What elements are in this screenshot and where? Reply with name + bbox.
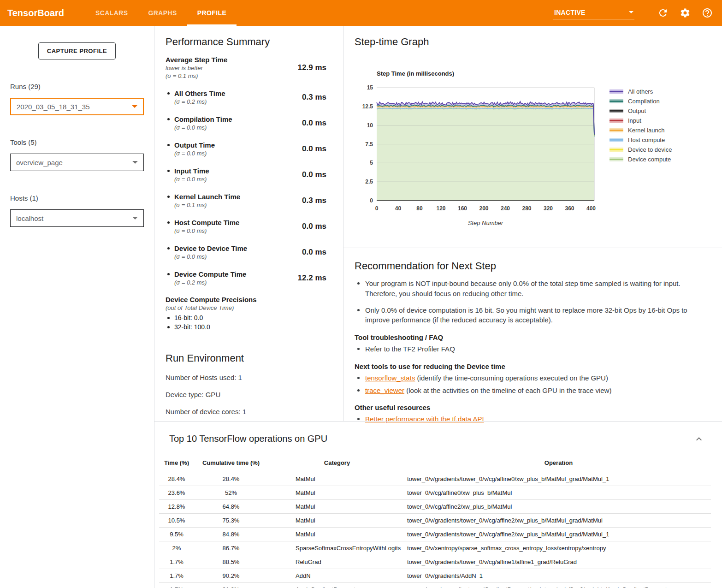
- svg-text:0: 0: [370, 197, 373, 204]
- svg-text:10: 10: [367, 122, 373, 129]
- metric-label: Device to Device Time: [174, 244, 247, 253]
- svg-text:360: 360: [565, 205, 574, 212]
- metric-label: Kernel Launch Time: [174, 192, 240, 201]
- legend-label: Compilation: [628, 98, 660, 105]
- precisions-title: Device Compute Precisions: [166, 296, 332, 303]
- bullet-icon: [167, 317, 170, 319]
- precision-item: 32-bit: 100.0: [166, 322, 332, 332]
- status-dropdown[interactable]: INACTIVE: [553, 7, 634, 19]
- bullet-icon: [357, 348, 360, 350]
- recommendation-subsection: Tool troubleshooting / FAQ Refer to the …: [355, 333, 711, 354]
- subsection-heading: Tool troubleshooting / FAQ: [355, 333, 711, 341]
- bullet-icon: [357, 389, 360, 392]
- bullet-icon: [167, 247, 170, 249]
- metric-row: Compilation Time (σ = 0.0 ms) 0.0 ms: [166, 115, 332, 131]
- legend-label: Kernel launch: [628, 127, 665, 134]
- metric-label: Output Time: [174, 141, 215, 149]
- metric-sigma: (σ = 0.1 ms): [174, 201, 240, 209]
- precision-item: 16-bit: 0.0: [166, 313, 332, 322]
- svg-text:80: 80: [416, 205, 423, 212]
- chevron-down-icon: [629, 11, 633, 13]
- metric-label: All Others Time: [174, 89, 225, 98]
- help-icon[interactable]: [702, 7, 713, 18]
- tab-scalars[interactable]: SCALARS: [85, 0, 138, 26]
- bullet-icon: [167, 92, 170, 95]
- svg-text:15: 15: [367, 84, 373, 91]
- column-header: Operation: [406, 457, 711, 472]
- status-dropdown-value: INACTIVE: [554, 9, 586, 16]
- hosts-label: Hosts (1): [10, 194, 144, 202]
- svg-text:0: 0: [375, 205, 379, 212]
- metric-value: 0.0 ms: [288, 222, 332, 231]
- chevron-down-icon: [132, 217, 138, 220]
- legend-label: Device to device: [628, 146, 672, 153]
- settings-gear-icon[interactable]: [680, 7, 691, 18]
- recommendation-section: Recommendation for Next Step Your progra…: [343, 248, 722, 439]
- legend-item: Host compute: [610, 135, 672, 145]
- collapse-chevron-up-icon[interactable]: [693, 434, 704, 445]
- legend-swatch-icon: [610, 109, 623, 113]
- tab-profile[interactable]: PROFILE: [187, 0, 237, 26]
- legend-swatch-icon: [610, 148, 623, 152]
- metric-sigma: (σ = 0.0 ms): [174, 149, 215, 157]
- metric-label: Device Compute Time: [174, 270, 246, 279]
- link-tensorflow_stats[interactable]: tensorflow_stats: [365, 374, 415, 382]
- capture-profile-button[interactable]: CAPTURE PROFILE: [38, 42, 116, 59]
- svg-text:12.5: 12.5: [362, 103, 373, 110]
- run-env-line: Device type: GPU: [166, 391, 332, 398]
- svg-text:400: 400: [586, 205, 596, 212]
- svg-text:7.5: 7.5: [365, 141, 373, 148]
- svg-text:240: 240: [501, 205, 510, 212]
- metric-sigma: (σ = 0.0 ms): [174, 175, 209, 183]
- tools-select[interactable]: overview_page: [10, 154, 144, 171]
- column-header: Time (%): [159, 457, 194, 472]
- table-row: 1.7% 90.2% AddN tower_0/v/gradients/AddN…: [159, 569, 711, 583]
- svg-text:320: 320: [544, 205, 553, 212]
- metric-label: Input Time: [174, 166, 209, 175]
- metric-row: Average Step Time lower is better (σ = 0…: [166, 55, 332, 80]
- legend-item: Output: [610, 106, 672, 116]
- metric-sigma: (σ = 0.0 ms): [174, 227, 239, 235]
- tools-label: Tools (5): [10, 138, 144, 146]
- table-row: 1.7% 88.5% ReluGrad tower_0/v/gradients/…: [159, 555, 711, 569]
- legend-swatch-icon: [610, 89, 623, 94]
- recommendation-bullet: Only 0.0% of device computation is 16 bi…: [355, 305, 711, 326]
- tab-graphs[interactable]: GRAPHS: [138, 0, 187, 26]
- bullet-icon: [357, 418, 360, 420]
- runs-select[interactable]: 2020_03_05_18_31_35: [10, 98, 144, 115]
- runs-label: Runs (29): [10, 83, 144, 90]
- subsection-heading: Other useful resources: [355, 404, 711, 411]
- refresh-icon[interactable]: [657, 7, 669, 18]
- summary-column: Performance Summary Average Step Time lo…: [154, 26, 343, 421]
- bullet-icon: [167, 118, 170, 120]
- bullet-icon: [167, 326, 170, 328]
- run-env-line: Number of device cores: 1: [166, 408, 332, 416]
- legend-label: All others: [628, 88, 653, 95]
- legend-swatch-icon: [610, 128, 623, 132]
- bullet-icon: [167, 221, 170, 224]
- sidebar: CAPTURE PROFILE Runs (29) 2020_03_05_18_…: [0, 26, 154, 588]
- legend-item: Device compute: [610, 154, 672, 164]
- metric-value: 0.0 ms: [288, 119, 332, 128]
- table-row: 2% 86.7% SparseSoftmaxCrossEntropyWithLo…: [159, 541, 711, 555]
- legend-item: Device to device: [610, 145, 672, 154]
- table-row: 1.7% 91.9% ApplyGradientDescent append_a…: [159, 583, 711, 588]
- metric-value: 0.0 ms: [288, 170, 332, 179]
- bullet-icon: [167, 144, 170, 146]
- recommendation-bullet: Your program is NOT input-bound because …: [355, 279, 711, 299]
- metric-row: Output Time (σ = 0.0 ms) 0.0 ms: [166, 141, 332, 157]
- table-row: 28.4% 28.4% MatMul tower_0/v/gradients/t…: [159, 472, 711, 486]
- legend-label: Device compute: [628, 156, 671, 163]
- metric-label: Host Compute Time: [174, 218, 239, 227]
- metric-row: Device Compute Time (σ = 0.2 ms) 12.2 ms: [166, 270, 332, 286]
- link-trace_viewer[interactable]: trace_viewer: [365, 386, 404, 394]
- bullet-icon: [167, 170, 170, 172]
- table-row: 9.5% 84.8% MatMul tower_0/v/gradients/to…: [159, 528, 711, 541]
- header-right: INACTIVE: [553, 7, 722, 19]
- metric-row: Input Time (σ = 0.0 ms) 0.0 ms: [166, 166, 332, 183]
- recommendation-title: Recommendation for Next Step: [355, 260, 711, 272]
- svg-text:Step Time (in milliseconds): Step Time (in milliseconds): [377, 70, 454, 77]
- legend-item: Compilation: [610, 96, 672, 106]
- hosts-select[interactable]: localhost: [10, 209, 144, 227]
- metric-sigma: (σ = 0.2 ms): [174, 279, 246, 286]
